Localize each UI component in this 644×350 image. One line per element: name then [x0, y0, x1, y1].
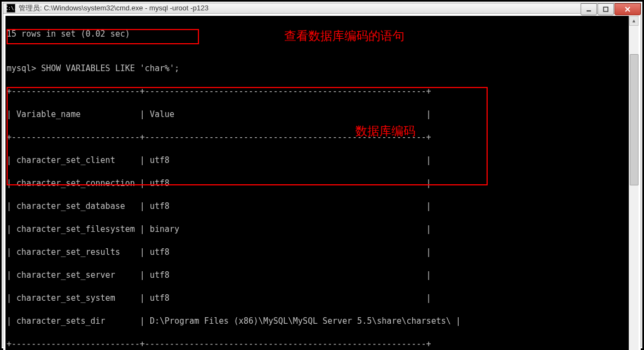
close-button[interactable] [614, 3, 641, 15]
table-separator: +--------------------------+------------… [5, 339, 629, 350]
table-row: | character_set_database | utf8 | [5, 201, 629, 212]
query-line: mysql> SHOW VARIABLES LIKE 'char%'; [5, 63, 629, 74]
table-row: | character_sets_dir | D:\Program Files … [5, 316, 629, 327]
cmd-window: C:\. 管理员: C:\Windows\system32\cmd.exe - … [3, 3, 641, 347]
table-row: | character_set_results | utf8 | [5, 247, 629, 258]
table-separator: +--------------------------+------------… [5, 132, 629, 143]
table-row: | character_set_client | utf8 | [5, 155, 629, 166]
table-row: | character_set_filesystem | binary | [5, 224, 629, 235]
svg-rect-1 [604, 7, 608, 11]
table-row: | character_set_system | utf8 | [5, 293, 629, 304]
titlebar-text: 管理员: C:\Windows\system32\cmd.exe - mysql… [19, 3, 209, 13]
table-row: | character_set_connection | utf8 | [5, 178, 629, 189]
scroll-up-button[interactable]: ▲ [629, 16, 639, 26]
table-header: | Variable_name | Value | [5, 109, 629, 120]
window-controls [580, 3, 641, 15]
maximize-button[interactable] [598, 3, 614, 15]
titlebar-icon: C:\. [7, 4, 15, 13]
scroll-thumb[interactable] [630, 54, 639, 185]
titlebar[interactable]: C:\. 管理员: C:\Windows\system32\cmd.exe - … [3, 3, 641, 14]
terminal[interactable]: 15 rows in set (0.02 sec) mysql> SHOW VA… [5, 16, 629, 350]
minimize-button[interactable] [581, 3, 597, 15]
table-separator: +--------------------------+------------… [5, 86, 629, 97]
table-row: | character_set_server | utf8 | [5, 270, 629, 281]
terminal-area: 15 rows in set (0.02 sec) mysql> SHOW VA… [3, 14, 641, 350]
prev-result-line: 15 rows in set (0.02 sec) [5, 28, 629, 40]
scrollbar[interactable]: ▲ ▼ [629, 16, 639, 350]
